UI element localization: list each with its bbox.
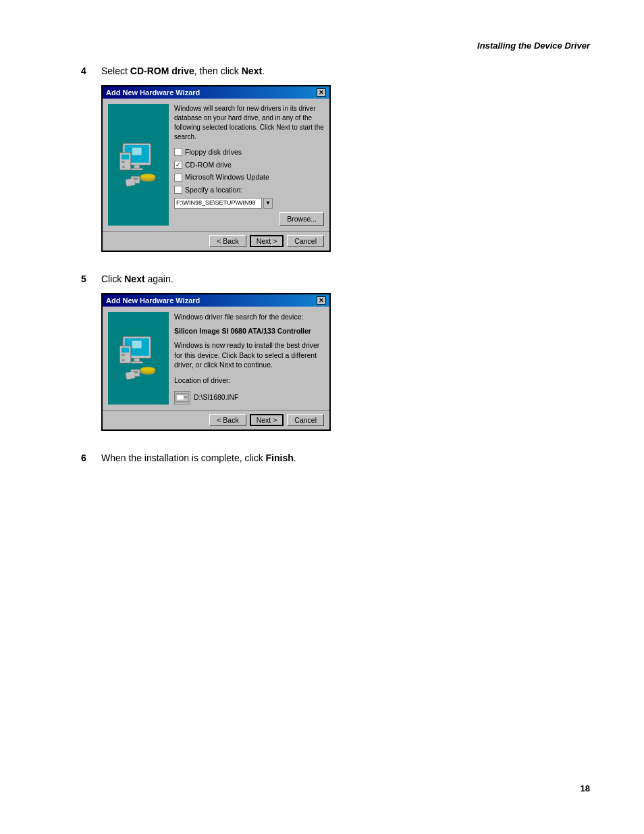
step-6-content: When the installation is complete, click…	[101, 451, 590, 472]
step-4-bold1: CD-ROM drive	[130, 66, 194, 76]
svg-rect-22	[122, 354, 125, 356]
driver-file-path: D:\SI1680.INF	[194, 392, 239, 402]
computer-icon-1	[113, 140, 163, 190]
svg-rect-6	[122, 154, 129, 159]
dialog-1-title: Add New Hardware Wizard	[106, 88, 200, 97]
checkbox-cdrom[interactable]	[174, 161, 182, 169]
browse-button[interactable]: Browse...	[279, 212, 324, 226]
dialog-1-text-area: Windows will search for new drivers in i…	[174, 104, 324, 226]
step-4-bold2: Next	[242, 66, 262, 76]
step-5-bold: Next	[124, 273, 144, 284]
dialog-1-titlebar: Add New Hardware Wizard ✕	[103, 86, 329, 99]
device-name: Silicon Image SI 0680 ATA/133 Controller	[174, 326, 324, 336]
svg-rect-3	[134, 165, 140, 168]
svg-rect-14	[126, 178, 136, 186]
label-winupdate: Microsoft Windows Update	[185, 172, 269, 182]
path-value: F:\WIN98_SE\SETUP\WIN98	[176, 199, 256, 207]
svg-rect-32	[184, 396, 188, 398]
header-title: Installing the Device Driver	[477, 41, 590, 51]
step-6-number: 6	[81, 451, 101, 463]
svg-point-23	[122, 359, 125, 361]
step-4-content: Select CD-ROM drive, then click Next. Ad…	[101, 64, 590, 252]
titlebar-buttons-1: ✕	[317, 88, 326, 97]
dialog-2-body: Windows driver file search for the devic…	[103, 307, 329, 409]
step-5-number: 5	[81, 272, 101, 284]
cancel-button-2[interactable]: Cancel	[287, 414, 324, 426]
label-cdrom: CD-ROM drive	[185, 160, 232, 170]
step-4-row: 4 Select CD-ROM drive, then click Next. …	[81, 64, 590, 252]
option-floppy: Floppy disk drives	[174, 147, 324, 157]
svg-rect-21	[122, 348, 129, 353]
svg-rect-2	[132, 147, 142, 155]
option-winupdate: Microsoft Windows Update	[174, 172, 324, 182]
page-number: 18	[581, 783, 590, 793]
search-title: Windows driver file search for the devic…	[174, 312, 324, 322]
dialog-2-text-area: Windows driver file search for the devic…	[174, 312, 324, 404]
option-cdrom: CD-ROM drive	[174, 160, 324, 170]
dialog-2-buttons: < Back Next > Cancel	[103, 410, 329, 429]
driver-file-row: D:\SI1680.INF	[174, 391, 324, 405]
page-header: Installing the Device Driver	[0, 0, 644, 64]
dialog-1: Add New Hardware Wizard ✕	[101, 85, 331, 252]
svg-rect-29	[126, 371, 136, 380]
dialog-2-icon-area	[108, 312, 169, 404]
label-location: Specify a location:	[185, 185, 242, 195]
svg-rect-18	[134, 359, 140, 362]
dialog-1-icon-area	[108, 104, 169, 226]
svg-rect-4	[131, 168, 143, 170]
step-6-text: When the installation is complete, click…	[101, 451, 590, 465]
svg-rect-7	[122, 161, 125, 163]
cancel-button-1[interactable]: Cancel	[287, 235, 324, 247]
back-button-2[interactable]: < Back	[209, 414, 246, 426]
back-button-1[interactable]: < Back	[209, 235, 246, 247]
step-4-number: 4	[81, 64, 101, 76]
step-4-text: Select CD-ROM drive, then click Next.	[101, 64, 590, 78]
next-button-1[interactable]: Next >	[250, 235, 284, 247]
close-btn-1[interactable]: ✕	[317, 88, 326, 97]
svg-point-8	[122, 165, 125, 168]
step-4: 4 Select CD-ROM drive, then click Next. …	[81, 64, 590, 252]
svg-rect-17	[132, 341, 142, 348]
checkbox-location[interactable]	[174, 186, 182, 194]
step-5: 5 Click Next again. Add New Hardware Wiz…	[81, 272, 590, 430]
path-dropdown[interactable]: F:\WIN98_SE\SETUP\WIN98	[174, 198, 262, 209]
dropdown-arrow[interactable]: ▼	[263, 198, 273, 209]
dialog-2-titlebar: Add New Hardware Wizard ✕	[103, 294, 329, 307]
dialog-2: Add New Hardware Wizard ✕	[101, 293, 331, 430]
checkbox-floppy[interactable]	[174, 148, 182, 156]
titlebar-buttons-2: ✕	[317, 296, 326, 305]
dialog-1-body-text: Windows will search for new drivers in i…	[174, 104, 324, 142]
path-row: F:\WIN98_SE\SETUP\WIN98 ▼	[174, 198, 324, 209]
svg-rect-19	[131, 361, 143, 363]
svg-point-11	[140, 174, 155, 178]
dialog-2-title: Add New Hardware Wizard	[106, 296, 200, 305]
option-location: Specify a location:	[174, 185, 324, 195]
step-6-bold: Finish	[266, 452, 294, 463]
step-5-content: Click Next again. Add New Hardware Wizar…	[101, 272, 590, 430]
computer-icon-2	[113, 333, 163, 384]
location-label: Location of driver:	[174, 375, 324, 386]
step-6-row: 6 When the installation is complete, cli…	[81, 451, 590, 472]
dialog-1-body: Windows will search for new drivers in i…	[103, 99, 329, 231]
dialog-1-buttons: < Back Next > Cancel	[103, 231, 329, 251]
dialog-2-body-text: Windows is now ready to install the best…	[174, 340, 324, 370]
label-floppy: Floppy disk drives	[185, 147, 242, 157]
close-btn-2[interactable]: ✕	[317, 296, 326, 305]
next-button-2[interactable]: Next >	[250, 414, 284, 426]
svg-point-26	[140, 367, 155, 371]
svg-rect-31	[177, 395, 184, 400]
step-5-row: 5 Click Next again. Add New Hardware Wiz…	[81, 272, 590, 430]
checkbox-winupdate[interactable]	[174, 174, 182, 182]
step-5-text: Click Next again.	[101, 272, 590, 286]
driver-file-icon	[174, 391, 190, 405]
step-6: 6 When the installation is complete, cli…	[81, 451, 590, 472]
